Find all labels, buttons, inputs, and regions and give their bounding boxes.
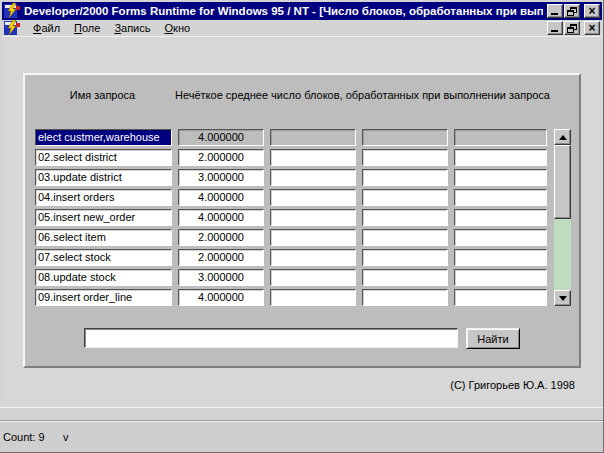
table-row: 02.select district 2.000000 — [25, 149, 579, 166]
table-row: 08.update stock 3.000000 — [25, 269, 579, 286]
query-name-cell[interactable]: 08.update stock — [35, 269, 172, 286]
records-scrollbar[interactable] — [554, 129, 571, 306]
value-cell-1[interactable]: 2.000000 — [178, 249, 264, 266]
value-cell-2[interactable] — [270, 189, 356, 206]
value-cell-1[interactable]: 2.000000 — [178, 229, 264, 246]
query-name-cell[interactable]: 02.select district — [35, 149, 172, 166]
menu-bar: Файл Поле Запись Окно × — [2, 20, 602, 36]
table-row: 06.select item 2.000000 — [25, 229, 579, 246]
table-row: 07.select stock 2.000000 — [25, 249, 579, 266]
value-cell-4[interactable] — [454, 289, 547, 306]
minimize-button[interactable] — [547, 4, 563, 18]
value-cell-3[interactable] — [362, 209, 448, 226]
scroll-lamp: v — [63, 431, 69, 443]
menu-item-window-label: кно — [173, 22, 190, 34]
value-cell-4[interactable] — [454, 149, 547, 166]
query-name-cell[interactable]: 06.select item — [35, 229, 172, 246]
value-cell-3[interactable] — [362, 269, 448, 286]
query-name-cell[interactable]: 09.insert order_line — [35, 289, 172, 306]
copyright-label: (С) Григорьев Ю.А. 1998 — [450, 379, 575, 391]
menu-item-window-hotkey: О — [165, 22, 174, 34]
value-cell-3[interactable] — [362, 129, 448, 146]
value-cell-1[interactable]: 3.000000 — [178, 269, 264, 286]
value-cell-3[interactable] — [362, 169, 448, 186]
scrollbar-up-button[interactable] — [554, 129, 571, 145]
fuzzy-average-header: Нечёткое среднее число блоков, обработан… — [175, 89, 550, 101]
value-cell-2[interactable] — [270, 129, 356, 146]
table-row: 09.insert order_line 4.000000 — [25, 289, 579, 306]
value-cell-3[interactable] — [362, 229, 448, 246]
restore-icon — [567, 7, 577, 16]
menu-item-window[interactable]: Окно — [158, 21, 198, 35]
menu-item-record-label: апись — [121, 22, 150, 34]
restore-button[interactable] — [564, 4, 580, 18]
value-cell-4[interactable] — [454, 229, 547, 246]
value-cell-3[interactable] — [362, 249, 448, 266]
value-cell-2[interactable] — [270, 149, 356, 166]
close-button[interactable]: × — [584, 4, 600, 18]
value-cell-2[interactable] — [270, 249, 356, 266]
document-icon[interactable] — [4, 20, 20, 36]
form-canvas: Имя запроса Нечёткое среднее число блоко… — [23, 73, 581, 368]
table-row: 05.insert new_order 4.000000 — [25, 209, 579, 226]
search-input[interactable] — [84, 328, 458, 348]
table-row: 03.update district 3.000000 — [25, 169, 579, 186]
mdi-workspace: Имя запроса Нечёткое среднее число блоко… — [2, 36, 602, 407]
value-cell-1[interactable]: 4.000000 — [178, 209, 264, 226]
message-line — [0, 407, 604, 421]
child-minimize-button[interactable] — [547, 21, 563, 35]
minimize-icon — [551, 13, 558, 15]
value-cell-3[interactable] — [362, 289, 448, 306]
value-cell-3[interactable] — [362, 189, 448, 206]
value-cell-1[interactable]: 3.000000 — [178, 169, 264, 186]
value-cell-4[interactable] — [454, 169, 547, 186]
value-cell-2[interactable] — [270, 169, 356, 186]
find-button[interactable]: Найти — [466, 328, 520, 349]
query-name-cell[interactable]: 07.select stock — [35, 249, 172, 266]
scrollbar-thumb[interactable] — [554, 145, 571, 219]
status-bar: Count: 9 v — [0, 421, 604, 453]
record-count-label: Count: 9 — [3, 431, 45, 443]
query-name-cell[interactable]: elect custmer,warehouse — [35, 129, 172, 146]
query-name-cell[interactable]: 04.insert orders — [35, 189, 172, 206]
child-restore-button[interactable] — [564, 21, 580, 35]
minimize-icon — [551, 30, 558, 32]
table-row: elect custmer,warehouse 4.000000 — [25, 129, 579, 146]
menu-item-field-hotkey: П — [74, 22, 82, 34]
window-title: Developer/2000 Forms Runtime for Windows… — [24, 5, 543, 17]
window-controls: × — [547, 4, 600, 18]
application-window: Developer/2000 Forms Runtime for Windows… — [0, 0, 604, 453]
menu-item-file-label: айл — [41, 22, 60, 34]
mdi-child-controls: × — [547, 21, 600, 35]
app-icon — [4, 3, 20, 19]
table-row: 04.insert orders 4.000000 — [25, 189, 579, 206]
menu-item-file[interactable]: Файл — [26, 21, 67, 35]
value-cell-1[interactable]: 4.000000 — [178, 129, 264, 146]
value-cell-2[interactable] — [270, 289, 356, 306]
value-cell-1[interactable]: 2.000000 — [178, 149, 264, 166]
value-cell-1[interactable]: 4.000000 — [178, 289, 264, 306]
scrollbar-down-button[interactable] — [554, 290, 571, 306]
value-cell-3[interactable] — [362, 149, 448, 166]
restore-icon — [567, 24, 577, 33]
query-name-cell[interactable]: 05.insert new_order — [35, 209, 172, 226]
query-name-header: Имя запроса — [45, 89, 160, 101]
value-cell-4[interactable] — [454, 249, 547, 266]
menu-item-record[interactable]: Запись — [107, 21, 157, 35]
value-cell-2[interactable] — [270, 209, 356, 226]
value-cell-1[interactable]: 4.000000 — [178, 189, 264, 206]
menu-items: Файл Поле Запись Окно — [26, 21, 543, 35]
triangle-up-icon — [559, 135, 567, 140]
close-icon: × — [588, 6, 595, 16]
triangle-down-icon — [559, 296, 567, 301]
value-cell-4[interactable] — [454, 189, 547, 206]
value-cell-2[interactable] — [270, 269, 356, 286]
value-cell-4[interactable] — [454, 129, 547, 146]
value-cell-4[interactable] — [454, 269, 547, 286]
value-cell-2[interactable] — [270, 229, 356, 246]
title-bar: Developer/2000 Forms Runtime for Windows… — [2, 2, 602, 20]
query-name-cell[interactable]: 03.update district — [35, 169, 172, 186]
menu-item-field[interactable]: Поле — [67, 21, 107, 35]
value-cell-4[interactable] — [454, 209, 547, 226]
child-close-button[interactable]: × — [584, 21, 600, 35]
